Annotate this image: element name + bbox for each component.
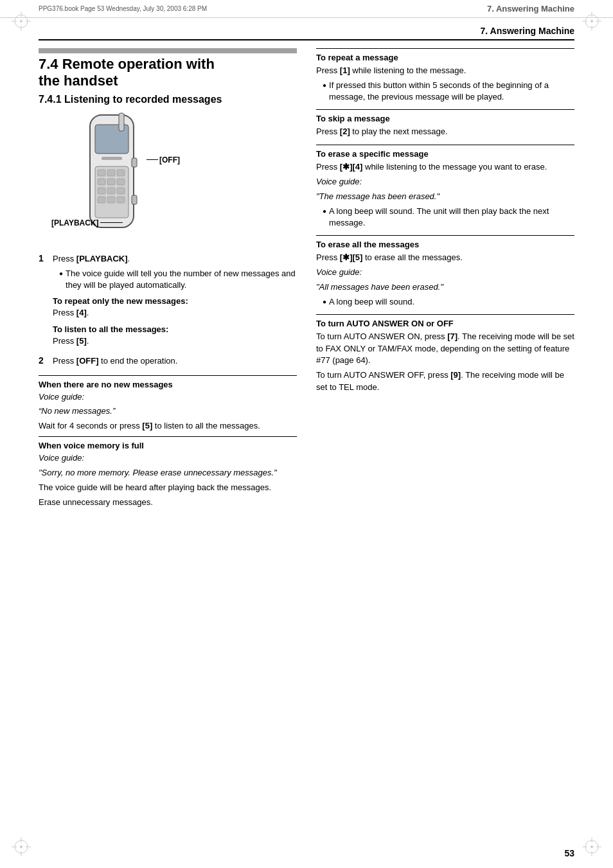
step-2-num: 2 [39, 355, 49, 370]
right-auto-answer-body2: To turn AUTO ANSWER OFF, press [9]. The … [316, 369, 574, 394]
right-skip-title: To skip a message [316, 114, 574, 123]
right-erase-specific-vg-label: Voice guide: [316, 176, 574, 188]
reg-mark-bottom-right [582, 837, 601, 856]
right-repeat-bullets: If pressed this button within 5 seconds … [316, 80, 574, 103]
chapter-header: 7. Answering Machine [306, 4, 574, 13]
svg-rect-33 [107, 179, 115, 185]
section-title-bar [39, 48, 297, 53]
substep-listen-heading: To listen to all the messages: [53, 324, 297, 334]
right-erase-all-bullets: A long beep will sound. [316, 296, 574, 308]
tip-memory-voiceguide-label: Voice guide: [39, 452, 297, 465]
svg-point-13 [20, 846, 22, 848]
right-erase-all-vg-label: Voice guide: [316, 267, 574, 279]
svg-rect-34 [117, 179, 125, 185]
svg-rect-40 [117, 197, 125, 203]
step-2: 2 Press [OFF] to end the operation. [39, 355, 297, 370]
right-erase-all-vg-text: "All messages have been erased." [316, 281, 574, 294]
svg-rect-39 [107, 197, 115, 203]
tip-no-new-body: Wait for 4 seconds or press [5] to liste… [39, 420, 297, 432]
section-heading: 7.4 Remote operation with the handset [39, 56, 297, 90]
right-skip-body: Press [2] to play the next message. [316, 126, 574, 138]
tip-no-new-voiceguide-label: Voice guide: [39, 391, 297, 403]
svg-point-1 [20, 20, 22, 22]
tip-no-new-messages: When there are no new messages Voice gui… [39, 375, 297, 433]
tip-memory-body1: The voice guide will be heard after play… [39, 482, 297, 494]
playback-label: [PLAYBACK] [51, 218, 123, 227]
tip-no-new-title: When there are no new messages [39, 380, 297, 389]
svg-rect-30 [107, 170, 115, 176]
right-erase-all-body: Press [✱][5] to erase all the messages. [316, 252, 574, 264]
svg-rect-42 [132, 195, 137, 204]
right-section-erase-all: To erase all the messages Press [✱][5] t… [316, 235, 574, 308]
right-erase-specific-body: Press [✱][4] while listening to the mess… [316, 161, 574, 173]
right-erase-specific-vg-text: "The message has been erased." [316, 191, 574, 203]
right-erase-specific-bullets: A long beep will sound. The unit will th… [316, 206, 574, 229]
svg-rect-29 [98, 170, 105, 176]
content-area: 7. Answering Machine 7.4 Remote operatio… [39, 26, 574, 836]
substep-repeat-heading: To repeat only the new messages: [53, 296, 297, 306]
svg-rect-35 [98, 188, 105, 194]
chapter-title-text: 7. Answering Machine [480, 26, 574, 36]
step-1-bullet-1: The voice guide will tell you the number… [59, 268, 297, 291]
step-1-bullets: The voice guide will tell you the number… [53, 268, 297, 291]
step-2-text: Press [OFF] to end the operation. [53, 355, 297, 368]
subsection-heading: 7.4.1 Listening to recorded messages [39, 94, 297, 105]
two-column-layout: 7.4 Remote operation with the handset 7.… [39, 48, 574, 511]
right-auto-answer-body1: To turn AUTO ANSWER ON, press [7]. The r… [316, 331, 574, 368]
step-1-num: 1 [39, 253, 49, 350]
right-repeat-bullet-1: If pressed this button within 5 seconds … [323, 80, 574, 103]
right-section-erase-specific: To erase a specific message Press [✱][4]… [316, 145, 574, 229]
step-2-content: Press [OFF] to end the operation. [53, 355, 297, 370]
tip-memory-voiceguide-text: "Sorry, no more memory. Please erase unn… [39, 467, 297, 479]
chapter-title-bar: 7. Answering Machine [39, 26, 574, 40]
reg-mark-bottom-left [12, 837, 31, 856]
page-number: 53 [564, 848, 574, 858]
svg-rect-27 [102, 157, 122, 160]
right-erase-specific-bullet-1: A long beep will sound. The unit will th… [323, 206, 574, 229]
svg-point-19 [591, 846, 593, 848]
svg-rect-36 [107, 188, 115, 194]
svg-rect-31 [117, 170, 125, 176]
step-1: 1 Press [PLAYBACK]. The voice guide will… [39, 253, 297, 350]
right-repeat-title: To repeat a message [316, 53, 574, 62]
right-erase-all-bullet-1: A long beep will sound. [323, 296, 574, 308]
page-container: PPG376.book Page 53 Wednesday, July 30, … [0, 0, 613, 868]
tip-memory-body2: Erase unnecessary messages. [39, 497, 297, 509]
right-section-auto-answer: To turn AUTO ANSWER ON or OFF To turn AU… [316, 314, 574, 394]
right-auto-answer-title: To turn AUTO ANSWER ON or OFF [316, 319, 574, 328]
right-repeat-body: Press [1] while listening to the message… [316, 65, 574, 77]
right-section-skip: To skip a message Press [2] to play the … [316, 109, 574, 138]
substep-repeat-text: Press [4]. [53, 307, 297, 319]
file-info: PPG376.book Page 53 Wednesday, July 30, … [39, 5, 306, 12]
left-column: 7.4 Remote operation with the handset 7.… [39, 48, 297, 511]
svg-point-7 [591, 20, 593, 22]
step-1-content: Press [PLAYBACK]. The voice guide will t… [53, 253, 297, 350]
right-erase-all-title: To erase all the messages [316, 240, 574, 249]
svg-rect-32 [98, 179, 105, 185]
right-section-repeat: To repeat a message Press [1] while list… [316, 48, 574, 103]
svg-rect-26 [119, 113, 124, 131]
svg-rect-37 [117, 188, 125, 194]
off-label: [OFF] [147, 155, 180, 164]
step-1-text: Press [PLAYBACK]. [53, 253, 297, 265]
tip-no-new-voiceguide-text: “No new messages.” [39, 405, 297, 418]
tip-memory-title: When voice memory is full [39, 441, 297, 450]
right-column: To repeat a message Press [1] while list… [316, 48, 574, 511]
tip-memory-full: When voice memory is full Voice guide: "… [39, 436, 297, 508]
substep-listen-text: Press [5]. [53, 335, 297, 348]
svg-rect-38 [98, 197, 105, 203]
handset-diagram: [OFF] [PLAYBACK] [51, 112, 180, 247]
svg-rect-41 [132, 158, 137, 167]
right-erase-specific-title: To erase a specific message [316, 149, 574, 159]
header-bar: PPG376.book Page 53 Wednesday, July 30, … [0, 0, 613, 18]
